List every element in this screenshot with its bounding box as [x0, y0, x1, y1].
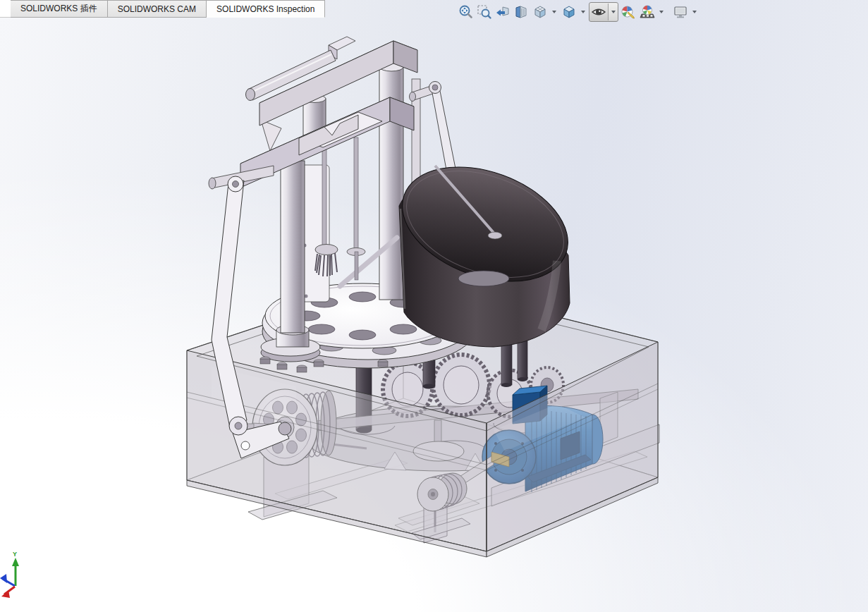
triad-y-label: Y — [13, 551, 17, 558]
display-style-dropdown[interactable] — [578, 3, 587, 21]
hopper-outlet — [458, 271, 509, 286]
caret-icon — [692, 11, 697, 13]
section-view-button[interactable] — [512, 3, 530, 21]
caret-icon — [552, 11, 556, 13]
apply-scene-button[interactable] — [638, 3, 656, 21]
zoom-to-fit-button[interactable] — [457, 3, 475, 21]
solidworks-window: { "app": { "name": "SOLIDWORKS" }, "tab_… — [0, 0, 868, 612]
hide-show-items-dropdown[interactable] — [608, 4, 618, 20]
zoom-to-area-icon — [477, 4, 492, 20]
hide-show-items-group — [589, 2, 618, 22]
zoom-to-area-button[interactable] — [475, 3, 494, 21]
display-style-button[interactable] — [560, 3, 578, 21]
apply-scene-dropdown[interactable] — [656, 3, 666, 21]
caret-icon — [611, 11, 616, 13]
zoom-to-fit-icon — [458, 4, 474, 20]
front-column[interactable] — [276, 161, 309, 347]
tab-solidworks-inspection[interactable]: SOLIDWORKS Inspection — [207, 0, 325, 18]
model-scene[interactable]: Y — [0, 0, 868, 612]
tabbar-lead — [0, 0, 11, 18]
tab-solidworks-addins[interactable]: SOLIDWORKS 插件 — [11, 0, 108, 18]
command-manager-tabbar: SOLIDWORKS 插件 SOLIDWORKS CAM SOLIDWORKS … — [0, 0, 325, 18]
origin-triad: Y — [0, 551, 19, 598]
tab-solidworks-cam[interactable]: SOLIDWORKS CAM — [108, 0, 207, 18]
section-view-icon — [513, 4, 529, 20]
eye-icon — [591, 4, 606, 20]
monitor-icon — [673, 4, 688, 20]
graphics-viewport[interactable]: Y — [0, 0, 868, 612]
hide-show-items-button[interactable] — [589, 3, 608, 21]
previous-view-button[interactable] — [494, 3, 512, 21]
caret-icon — [659, 11, 664, 13]
view-orientation-icon — [532, 4, 548, 20]
gusset-plate[interactable] — [261, 120, 281, 151]
right-link-bar[interactable] — [429, 82, 458, 182]
caret-icon — [581, 11, 585, 13]
heads-up-view-toolbar — [457, 1, 699, 23]
display-style-icon — [561, 4, 577, 20]
edit-appearance-icon — [621, 4, 636, 20]
edit-appearance-button[interactable] — [619, 3, 637, 21]
previous-view-icon — [495, 4, 511, 20]
view-orientation-button[interactable] — [531, 3, 549, 21]
apply-scene-icon — [640, 4, 655, 20]
view-settings-button[interactable] — [671, 3, 690, 21]
view-orientation-dropdown[interactable] — [549, 3, 558, 21]
view-settings-dropdown[interactable] — [690, 3, 699, 21]
